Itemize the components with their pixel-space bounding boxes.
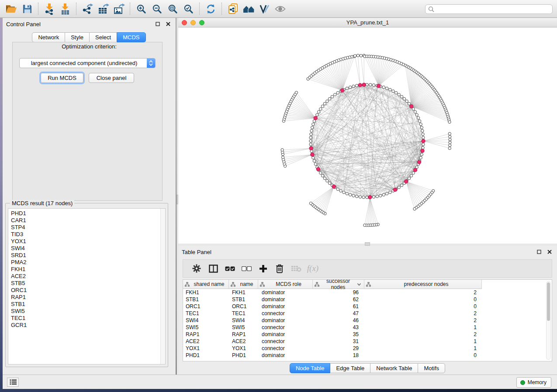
delete-columns-trash-icon[interactable] <box>272 262 287 275</box>
table-cell[interactable]: 1 <box>364 345 482 351</box>
column-header-successor-nodes[interactable]: successor nodes <box>313 280 364 289</box>
open-file-icon[interactable] <box>3 2 19 16</box>
table-cell[interactable]: YOX1 <box>183 345 229 351</box>
vizmap-icon[interactable] <box>256 2 272 16</box>
table-cell[interactable]: 0 <box>364 303 482 309</box>
table-row[interactable]: FKH1FKH1dominator962 <box>183 289 552 296</box>
zoom-out-icon[interactable] <box>149 2 165 16</box>
scrollbar-thumb[interactable] <box>547 282 550 321</box>
zoom-selected-icon[interactable] <box>180 2 196 16</box>
mcds-result-item[interactable]: ORC1 <box>11 287 159 294</box>
mcds-result-item[interactable]: FKH1 <box>11 266 159 273</box>
table-cell[interactable]: dominator <box>258 289 313 296</box>
mcds-result-item[interactable]: RAP1 <box>11 294 159 301</box>
float-panel-icon[interactable] <box>535 248 543 256</box>
tab-select[interactable]: Select <box>89 32 117 42</box>
table-cell[interactable]: 2 <box>364 310 482 316</box>
table-cell[interactable]: 47 <box>313 310 364 316</box>
table-cell[interactable]: connector <box>258 310 313 316</box>
run-mcds-button[interactable]: Run MCDS <box>41 73 83 83</box>
column-header-name[interactable]: name <box>229 280 258 289</box>
save-session-icon[interactable] <box>19 2 35 16</box>
table-cell[interactable]: 62 <box>313 296 364 303</box>
tab-edge-table[interactable]: Edge Table <box>330 363 370 373</box>
task-history-button[interactable] <box>7 378 19 387</box>
mcds-result-item[interactable]: CAR1 <box>11 217 159 224</box>
float-panel-icon[interactable] <box>154 20 162 28</box>
table-cell[interactable]: dominator <box>258 352 313 358</box>
table-cell[interactable]: 2 <box>364 317 482 323</box>
table-cell[interactable]: 0 <box>364 296 482 303</box>
mcds-list-scrollbar[interactable] <box>160 209 165 364</box>
table-row[interactable]: ORC1ORC1dominator610 <box>183 303 552 310</box>
mcds-result-item[interactable]: SRD1 <box>11 252 159 259</box>
table-cell[interactable]: FKH1 <box>229 289 258 296</box>
mcds-result-item[interactable]: TEC1 <box>11 315 159 322</box>
table-cell[interactable]: STB1 <box>183 296 229 303</box>
select-all-icon[interactable] <box>222 262 237 275</box>
table-cell[interactable]: connector <box>258 345 313 351</box>
zoom-fit-icon[interactable] <box>165 2 180 16</box>
table-cell[interactable]: SWI4 <box>183 317 229 323</box>
apply-layout-icon[interactable] <box>203 2 218 16</box>
table-cell[interactable]: 2 <box>364 331 482 337</box>
optimization-criterion-select[interactable]: largest connected component (undirected) <box>19 58 156 68</box>
table-cell[interactable]: 1 <box>364 338 482 344</box>
mcds-result-item[interactable]: ACE2 <box>11 273 159 280</box>
table-row[interactable]: STB1STB1dominator620 <box>183 296 552 303</box>
table-cell[interactable]: STB1 <box>229 296 258 303</box>
table-cell[interactable]: ORC1 <box>229 303 258 309</box>
table-cell[interactable]: SWI5 <box>229 324 258 330</box>
table-cell[interactable]: 46 <box>313 317 364 323</box>
table-cell[interactable]: 29 <box>313 345 364 351</box>
mcds-result-item[interactable]: PMA2 <box>11 259 159 266</box>
search-box[interactable] <box>425 4 553 14</box>
table-cell[interactable]: connector <box>258 338 313 344</box>
tab-node-table[interactable]: Node Table <box>290 363 331 373</box>
table-settings-gear-icon[interactable] <box>189 262 204 275</box>
table-cell[interactable]: ORC1 <box>183 303 229 309</box>
close-panel-icon[interactable] <box>164 20 172 28</box>
table-cell[interactable]: 18 <box>313 352 364 358</box>
mcds-result-item[interactable]: YOX1 <box>11 238 159 245</box>
column-header-shared-name[interactable]: shared name <box>183 280 229 289</box>
table-cell[interactable]: 1 <box>364 324 482 330</box>
mcds-result-item[interactable]: STB5 <box>11 280 159 287</box>
table-cell[interactable]: 43 <box>313 324 364 330</box>
table-cell[interactable]: PHD1 <box>229 352 258 358</box>
table-cell[interactable]: YOX1 <box>229 345 258 351</box>
network-canvas[interactable] <box>178 28 557 244</box>
export-table-icon[interactable] <box>95 2 111 16</box>
table-cell[interactable]: SWI4 <box>229 317 258 323</box>
table-cell[interactable]: 61 <box>313 303 364 309</box>
mcds-result-item[interactable]: STB1 <box>11 301 159 308</box>
tab-mcds[interactable]: MCDS <box>117 32 145 42</box>
table-cell[interactable]: RAP1 <box>183 331 229 337</box>
column-header-MCDS-role[interactable]: MCDS role <box>258 280 313 289</box>
tab-network[interactable]: Network <box>32 32 65 42</box>
network-analyzer-icon[interactable] <box>241 2 256 16</box>
table-cell[interactable]: dominator <box>258 331 313 337</box>
table-row[interactable]: ACE2ACE2connector311 <box>183 338 552 345</box>
table-cell[interactable]: ACE2 <box>229 338 258 344</box>
table-cell[interactable]: dominator <box>258 303 313 309</box>
table-row[interactable]: RAP1RAP1dominator352 <box>183 331 552 338</box>
table-cell[interactable]: 2 <box>364 289 482 296</box>
table-cell[interactable]: 0 <box>364 352 482 358</box>
deselect-all-icon[interactable] <box>239 262 254 275</box>
mcds-result-item[interactable]: SWI4 <box>11 245 159 252</box>
table-cell[interactable]: 35 <box>313 331 364 337</box>
table-row[interactable]: PHD1PHD1dominator180 <box>183 352 552 359</box>
tab-network-table[interactable]: Network Table <box>370 363 418 373</box>
mcds-result-item[interactable]: PHD1 <box>11 210 159 217</box>
close-panel-icon[interactable] <box>546 248 554 256</box>
table-cell[interactable]: 96 <box>313 289 364 296</box>
import-network-icon[interactable] <box>42 2 57 16</box>
close-panel-button[interactable]: Close panel <box>89 73 134 83</box>
table-cell[interactable]: dominator <box>258 296 313 303</box>
memory-button[interactable]: Memory <box>516 377 551 388</box>
table-cell[interactable]: TEC1 <box>183 310 229 316</box>
search-input[interactable] <box>434 6 552 12</box>
table-cell[interactable]: TEC1 <box>229 310 258 316</box>
splitter-grab-handle[interactable] <box>365 242 370 246</box>
